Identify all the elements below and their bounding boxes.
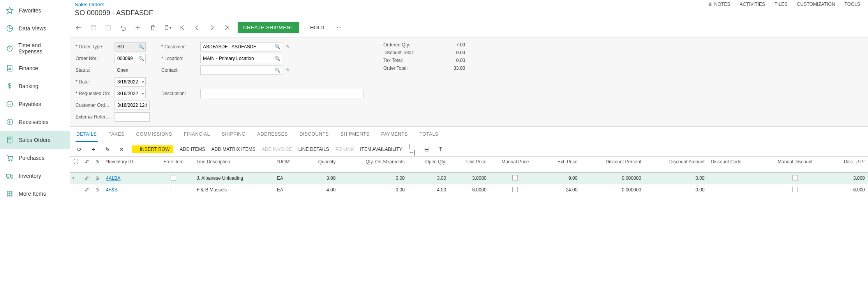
tools-link[interactable]: TOOLS [845, 2, 860, 7]
search-icon[interactable]: 🔍 [138, 44, 144, 50]
tab-taxes[interactable]: TAXES [108, 127, 125, 142]
col-manual-discount[interactable]: Manual Discount [764, 157, 827, 172]
attach-icon[interactable]: 🖇 [81, 184, 92, 196]
line-details-button[interactable]: LINE DETAILS [298, 147, 329, 152]
item-availability-button[interactable]: ITEM AVAILABILITY [360, 147, 402, 152]
add-button[interactable] [134, 24, 142, 32]
customization-link[interactable]: CUSTOMIZATION [797, 2, 835, 7]
sidebar-item-dataviews[interactable]: Data Views [0, 19, 70, 37]
add-invoice-button[interactable]: ADD INVOICE [262, 147, 292, 152]
col-disc-unit-price[interactable]: Disc. U Pr [826, 157, 868, 172]
tab-financial[interactable]: FINANCIAL [183, 127, 211, 142]
manual-price-checkbox[interactable] [512, 187, 518, 192]
contact-field[interactable] [200, 65, 282, 75]
sidebar-item-more[interactable]: More Items [0, 185, 70, 203]
col-line-description[interactable]: Line Description [194, 157, 274, 172]
tab-shipments[interactable]: SHIPMENTS [340, 127, 370, 142]
insert-row-button[interactable]: +INSERT ROW [132, 145, 173, 153]
upload-button[interactable]: ⤒ [437, 145, 445, 153]
search-icon[interactable]: 🔍 [138, 56, 144, 61]
manual-discount-checkbox[interactable] [792, 187, 798, 192]
tab-discounts[interactable]: DISCOUNTS [299, 127, 330, 142]
expand-button[interactable]: > [70, 172, 81, 184]
manual-price-checkbox[interactable] [512, 175, 518, 180]
activities-link[interactable]: ACTIVITIES [740, 2, 765, 7]
delete-row-button[interactable]: ✕ [118, 145, 125, 153]
manual-discount-checkbox[interactable] [792, 175, 798, 180]
date-field[interactable] [115, 77, 146, 87]
prev-button[interactable] [193, 24, 201, 32]
edit-row-button[interactable]: ✎ [104, 145, 111, 153]
add-items-button[interactable]: ADD ITEMS [180, 147, 205, 152]
hold-button[interactable]: HOLD [306, 22, 328, 33]
col-uom[interactable]: *UOM [274, 157, 303, 172]
note-icon[interactable]: 🗎 [92, 172, 103, 184]
calendar-icon[interactable]: ▾ [142, 91, 144, 96]
tab-commissions[interactable]: COMMISSIONS [136, 127, 173, 142]
back-button[interactable] [75, 24, 83, 32]
calendar-icon[interactable]: ▾ [142, 79, 144, 85]
search-icon[interactable]: 🔍 [275, 67, 281, 73]
export-excel-button[interactable]: ⊟ [423, 145, 430, 153]
table-row[interactable]: >🖇🗎4ALBAJ. Albanese UnloadingEA3.000.003… [70, 172, 868, 184]
customer-field[interactable] [200, 42, 282, 51]
save-button[interactable] [90, 24, 97, 32]
sidebar-item-banking[interactable]: Banking [0, 77, 70, 95]
col-discount-percent[interactable]: Discount Percent [580, 157, 644, 172]
col-free-item[interactable]: Free Item [153, 157, 194, 172]
add-matrix-items-button[interactable]: ADD MATRIX ITEMS [212, 147, 256, 152]
create-shipment-button[interactable]: CREATE SHIPMENT [238, 22, 299, 33]
tab-payments[interactable]: PAYMENTS [381, 127, 409, 142]
add-row-button[interactable]: + [90, 145, 97, 153]
col-unit-price[interactable]: Unit Price [449, 157, 490, 172]
col-open-qty[interactable]: Open Qty. [408, 157, 449, 172]
requested-on-field[interactable] [115, 89, 146, 98]
col-select[interactable]: ⛶ [70, 157, 81, 172]
col-quantity[interactable]: Quantity [303, 157, 339, 172]
table-row[interactable]: 🖇🗎4F&BF & B MusselsEA4.000.004.006.00002… [70, 184, 868, 196]
col-qty-on-shipments[interactable]: Qty. On Shipments [339, 157, 408, 172]
edit-icon[interactable]: ✎ [286, 44, 290, 50]
expand-button[interactable] [70, 184, 81, 196]
notes-link[interactable]: 🗎NOTES [708, 2, 730, 7]
note-icon[interactable]: 🗎 [92, 184, 103, 196]
free-item-checkbox[interactable] [171, 187, 176, 192]
undo-button[interactable] [119, 24, 127, 32]
tab-shipping[interactable]: SHIPPING [221, 127, 246, 142]
customer-ord-field[interactable] [115, 101, 150, 110]
search-icon[interactable]: 🔍 [275, 44, 281, 50]
more-actions-button[interactable]: ⋯ [335, 24, 343, 32]
sidebar-item-payables[interactable]: Payables [0, 95, 70, 113]
sidebar-item-favorites[interactable]: Favorites [0, 2, 70, 19]
breadcrumb[interactable]: Sales Orders [75, 2, 104, 7]
external-ref-field[interactable] [115, 112, 150, 122]
location-field[interactable] [200, 54, 282, 63]
next-button[interactable] [208, 24, 216, 32]
sidebar-item-sales-orders[interactable]: Sales Orders [0, 131, 70, 149]
tab-totals[interactable]: TOTALS [419, 127, 439, 142]
sidebar-item-time[interactable]: Time and Expenses [0, 37, 70, 59]
col-ext-price[interactable]: Ext. Price [541, 157, 581, 172]
free-item-checkbox[interactable] [171, 175, 176, 180]
col-inventory-id[interactable]: *Inventory ID [103, 157, 153, 172]
refresh-button[interactable]: ⟳ [76, 145, 83, 153]
delete-button[interactable] [149, 24, 157, 32]
col-manual-price[interactable]: Manual Price [490, 157, 541, 172]
sidebar-item-purchases[interactable]: Purchases [0, 149, 70, 167]
last-button[interactable] [223, 24, 231, 32]
description-field[interactable] [200, 89, 364, 98]
search-icon[interactable]: 🔍 [275, 56, 281, 61]
edit-icon[interactable]: ✎ [286, 67, 290, 73]
inventory-id-link[interactable]: 4F&B [106, 187, 118, 193]
save-close-button[interactable] [104, 24, 112, 32]
attach-icon[interactable]: 🖇 [81, 172, 92, 184]
po-link-button[interactable]: PO LINK [335, 147, 354, 152]
col-discount-amount[interactable]: Discount Amount [644, 157, 708, 172]
sidebar-item-receivables[interactable]: Receivables [0, 113, 70, 131]
clipboard-button[interactable]: ▾ [164, 24, 171, 32]
fit-columns-button[interactable]: |↔| [409, 145, 416, 153]
tab-details[interactable]: DETAILS [76, 127, 98, 142]
files-link[interactable]: FILES [774, 2, 787, 7]
tab-addresses[interactable]: ADDRESSES [256, 127, 289, 142]
first-button[interactable] [178, 24, 186, 32]
